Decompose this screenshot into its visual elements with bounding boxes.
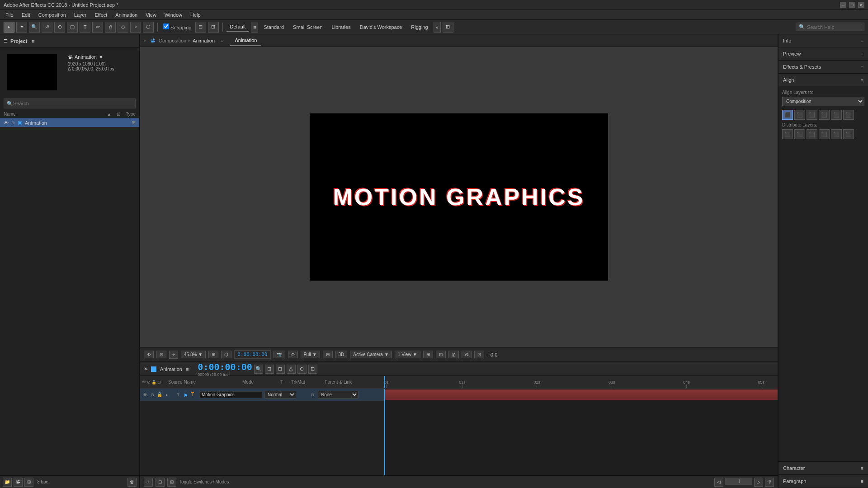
- comp-draft-btn[interactable]: ⊙: [462, 351, 472, 358]
- new-folder-btn[interactable]: 📁: [3, 478, 12, 487]
- project-search-input[interactable]: [13, 101, 132, 106]
- track-bar-layer-1[interactable]: [384, 389, 778, 401]
- layer-play-btn[interactable]: ▶: [184, 392, 188, 397]
- zoom-dropdown[interactable]: 45.8% ▼: [181, 351, 206, 358]
- tl-loop-btn[interactable]: ⊽: [765, 478, 774, 487]
- layer-mode-select[interactable]: Normal: [264, 391, 296, 399]
- search-input[interactable]: [807, 24, 861, 30]
- tool-text[interactable]: T: [80, 22, 90, 33]
- minimize-button[interactable]: ─: [840, 2, 846, 8]
- tl-zoom-out[interactable]: ▷: [754, 478, 763, 487]
- close-button[interactable]: ✕: [858, 2, 864, 8]
- align-section-header[interactable]: Align ≡: [778, 74, 868, 86]
- comp-flow-btn[interactable]: ⊡: [436, 351, 446, 358]
- comp-res-btn[interactable]: ⊟: [323, 351, 333, 358]
- paragraph-section-header[interactable]: Paragraph ≡: [778, 475, 868, 488]
- dist-left-btn[interactable]: ⬛: [782, 129, 793, 139]
- delete-btn[interactable]: 🗑: [127, 478, 137, 487]
- align-center-h-btn[interactable]: ⬛: [794, 110, 805, 120]
- tool-puppet[interactable]: ⌖: [130, 22, 141, 33]
- dist-bottom-btn[interactable]: ⬛: [843, 129, 854, 139]
- menu-animation[interactable]: Animation: [112, 11, 141, 19]
- layer-lock-icon[interactable]: 🔓: [156, 392, 163, 398]
- tl-header-menu[interactable]: ≡: [186, 366, 189, 372]
- align-left-btn[interactable]: ⬛: [782, 110, 793, 120]
- layer-solo-icon[interactable]: ⊙: [149, 392, 156, 398]
- maximize-button[interactable]: □: [849, 2, 855, 8]
- tool-snap-toggle[interactable]: ⊡: [195, 22, 206, 33]
- tl-graph-btn[interactable]: ⊞: [276, 365, 285, 374]
- tool-rect[interactable]: ▢: [67, 22, 78, 33]
- menu-composition[interactable]: Composition: [35, 11, 70, 19]
- workspace-small-screen[interactable]: Small Screen: [289, 23, 326, 31]
- workspace-settings[interactable]: ⊞: [443, 22, 453, 33]
- workspace-davids[interactable]: David's Workspace: [356, 23, 406, 31]
- workspace-rigging[interactable]: Rigging: [407, 23, 431, 31]
- comp-grid-btn[interactable]: ⊞: [208, 351, 218, 358]
- new-comp-btn[interactable]: 📽: [14, 478, 23, 487]
- tl-effects-btn[interactable]: ⊞: [167, 478, 176, 487]
- comp-view-layout[interactable]: ⊞: [423, 351, 433, 358]
- comp-tab[interactable]: Animation: [230, 36, 261, 46]
- menu-layer[interactable]: Layer: [71, 11, 90, 19]
- comp-3d-btn[interactable]: 3D: [335, 351, 348, 358]
- tool-brush[interactable]: ✏: [92, 22, 103, 33]
- align-top-btn[interactable]: ⬛: [819, 110, 830, 120]
- dist-right-btn[interactable]: ⬛: [807, 129, 817, 139]
- align-center-v-btn[interactable]: ⬛: [831, 110, 842, 120]
- menu-window[interactable]: Window: [161, 11, 186, 19]
- menu-file[interactable]: File: [2, 11, 17, 19]
- tl-zoom-slider[interactable]: [725, 478, 752, 485]
- comp-render-btn[interactable]: ⌖: [169, 351, 178, 359]
- comp-time-display[interactable]: 0:00:00:00: [234, 350, 270, 359]
- workspace-libraries[interactable]: Libraries: [328, 23, 354, 31]
- effects-presets-header[interactable]: Effects & Presets ≡: [778, 61, 868, 73]
- view-dropdown[interactable]: 1 View ▼: [395, 351, 420, 358]
- workspace-default[interactable]: Default: [226, 23, 250, 32]
- tool-pen[interactable]: ✦: [16, 22, 27, 33]
- align-bottom-btn[interactable]: ⬛: [843, 110, 854, 120]
- menu-edit[interactable]: Edit: [18, 11, 34, 19]
- timeline-playhead[interactable]: [384, 376, 385, 388]
- align-right-btn[interactable]: ⬛: [807, 110, 817, 120]
- timeline-layer-row[interactable]: 👁 ⊙ 🔓 ▸ 1 ▶ T Motion Graphics Normal: [140, 389, 384, 401]
- dist-center-h-btn[interactable]: ⬛: [794, 129, 805, 139]
- comp-header-menu[interactable]: ≡: [220, 38, 223, 43]
- tool-stamp[interactable]: ⎙: [105, 22, 116, 33]
- preview-section-header[interactable]: Preview ≡: [778, 47, 868, 60]
- tl-layers-btn[interactable]: ⊡: [156, 478, 165, 487]
- tl-motion-sketch[interactable]: ⎙: [287, 365, 296, 374]
- menu-view[interactable]: View: [142, 11, 160, 19]
- layer-eye-icon[interactable]: 👁: [142, 392, 148, 398]
- tool-select[interactable]: ▸: [4, 22, 14, 33]
- import-btn[interactable]: ⊞: [24, 478, 33, 487]
- menu-help[interactable]: Help: [187, 11, 204, 19]
- quality-dropdown[interactable]: Full ▼: [301, 351, 320, 358]
- comp-view-btn[interactable]: ⊡: [156, 351, 166, 358]
- project-item[interactable]: 👁 ⊙ ▣ Animation ⊞: [0, 118, 139, 127]
- comp-snapshot-btn[interactable]: 📷: [274, 351, 285, 358]
- comp-fast-preview[interactable]: ⊡: [474, 351, 484, 358]
- dist-center-v-btn[interactable]: ⬛: [831, 129, 842, 139]
- info-section-header[interactable]: Info ≡: [778, 34, 868, 47]
- character-section-header[interactable]: Character ≡: [778, 462, 868, 474]
- layer-name[interactable]: Motion Graphics: [199, 391, 263, 398]
- tl-roto-btn[interactable]: ⊙: [297, 365, 307, 374]
- tl-add-btn[interactable]: +: [144, 478, 153, 487]
- comp-motion-blur-btn[interactable]: ◎: [448, 351, 459, 358]
- tl-current-time[interactable]: 0:00:00:00: [198, 361, 252, 372]
- tl-zoom-in[interactable]: ◁: [714, 478, 723, 487]
- project-item-settings[interactable]: ⊞: [132, 120, 136, 126]
- project-menu-icon[interactable]: ≡: [32, 38, 34, 44]
- workspace-default-menu[interactable]: ≡: [251, 22, 258, 33]
- tl-search-btn[interactable]: 🔍: [254, 365, 263, 374]
- comp-mask-btn[interactable]: ⬡: [221, 351, 231, 358]
- tool-camera[interactable]: ⊕: [54, 22, 65, 33]
- layer-parent-select[interactable]: None: [318, 391, 359, 399]
- dist-top-btn[interactable]: ⬛: [819, 129, 830, 139]
- tool-rotate[interactable]: ↺: [42, 22, 52, 33]
- comp-reset-btn[interactable]: ⟲: [144, 351, 154, 358]
- col-sort-icon[interactable]: ▲: [107, 112, 111, 117]
- tool-eraser[interactable]: ◇: [118, 22, 128, 33]
- camera-dropdown[interactable]: Active Camera ▼: [350, 351, 392, 358]
